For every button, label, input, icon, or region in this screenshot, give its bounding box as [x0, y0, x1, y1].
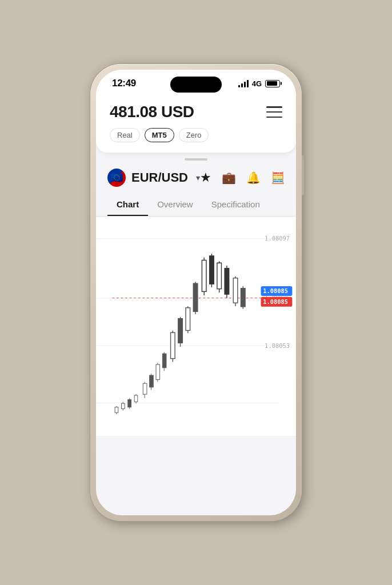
tab-overview[interactable]: Overview [148, 194, 202, 216]
signal-icon [238, 79, 249, 87]
tab-bar: Chart Overview Specification [96, 194, 296, 217]
menu-button[interactable] [266, 106, 282, 118]
phone-device: 12:49 4G 481.08 [90, 64, 302, 521]
svg-rect-34 [217, 263, 222, 289]
battery-icon [265, 80, 280, 87]
symbol-name: EUR/USD [131, 170, 188, 185]
candle-group-4 [202, 254, 229, 298]
candle-group-5 [233, 277, 245, 309]
chart-area[interactable]: 1.08097 1.08075 1.08053 1.08085 1.08085 [96, 217, 296, 436]
svg-rect-24 [178, 319, 183, 343]
svg-rect-6 [115, 407, 118, 412]
svg-rect-40 [241, 289, 246, 307]
tag-real[interactable]: Real [110, 128, 140, 142]
account-tags: Real MT5 Zero [110, 128, 282, 142]
svg-rect-36 [225, 269, 229, 294]
flag-icon: 🇪🇺 [107, 169, 126, 187]
svg-rect-28 [193, 283, 198, 311]
network-type: 4G [252, 79, 262, 88]
candlestick-chart: 1.08097 1.08075 1.08053 1.08085 1.08085 [96, 217, 296, 434]
svg-rect-38 [233, 278, 238, 303]
svg-rect-18 [156, 364, 160, 379]
svg-rect-20 [162, 354, 166, 368]
chevron-down-icon: ▾ [196, 173, 200, 182]
tag-mt5[interactable]: MT5 [145, 128, 174, 142]
favorite-icon[interactable]: ★ [200, 170, 211, 185]
dynamic-island [170, 77, 222, 93]
svg-rect-12 [134, 395, 138, 402]
trade-icon[interactable]: 💼 [222, 171, 236, 185]
svg-rect-8 [121, 403, 125, 408]
svg-rect-14 [143, 383, 147, 394]
candle-group-2 [143, 352, 166, 398]
svg-rect-10 [128, 400, 131, 407]
candle-group-3 [171, 282, 198, 362]
candle-group-1 [115, 394, 138, 414]
header-top: 481.08 USD [110, 103, 282, 121]
sell-price-label: 1.08085 [263, 298, 288, 305]
status-icons: 4G [238, 79, 280, 88]
tab-chart[interactable]: Chart [107, 194, 148, 216]
svg-rect-32 [210, 256, 214, 284]
symbol-selector[interactable]: 🇪🇺 EUR/USD ▾ [107, 169, 200, 187]
tab-specification[interactable]: Specification [202, 194, 269, 216]
price-label-1: 1.08097 [265, 235, 290, 242]
drag-handle [96, 153, 296, 166]
svg-rect-22 [171, 332, 175, 358]
calculator-icon[interactable]: 🧮 [271, 171, 285, 185]
status-time: 12:49 [112, 78, 136, 89]
svg-rect-26 [186, 308, 190, 331]
phone-screen: 12:49 4G 481.08 [96, 70, 296, 515]
symbol-actions: ★ 💼 🔔 🧮 [200, 170, 285, 185]
balance-display: 481.08 USD [110, 103, 194, 121]
header-card: 481.08 USD Real MT5 Zero [96, 94, 296, 153]
svg-rect-16 [150, 375, 154, 387]
alert-icon[interactable]: 🔔 [246, 171, 261, 185]
status-bar: 12:49 4G [96, 70, 296, 94]
buy-price-label: 1.08085 [263, 287, 288, 294]
price-label-3: 1.08053 [265, 342, 290, 349]
symbol-row: 🇪🇺 EUR/USD ▾ ★ 💼 🔔 🧮 [96, 166, 296, 194]
svg-rect-30 [202, 260, 206, 291]
tag-zero[interactable]: Zero [179, 128, 209, 142]
